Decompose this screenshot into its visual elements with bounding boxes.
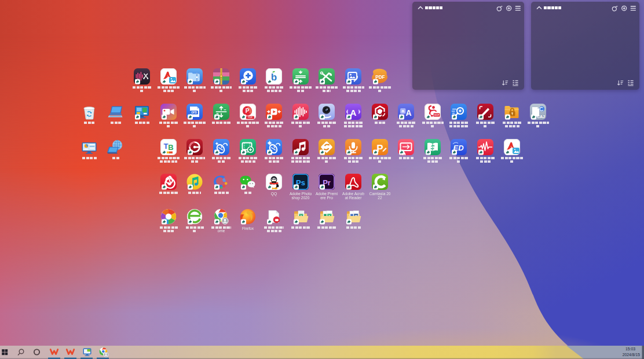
- svg-text:B: B: [168, 143, 173, 152]
- svg-text:CAJ: CAJ: [537, 115, 545, 119]
- svg-text:A: A: [405, 108, 411, 118]
- svg-text:PDF: PDF: [248, 116, 253, 119]
- svg-text:PDF: PDF: [375, 75, 385, 80]
- svg-text:P: P: [246, 108, 250, 114]
- svg-text:15:03: 15:03: [625, 347, 635, 351]
- svg-text:VCF: VCF: [434, 113, 440, 116]
- svg-text:OFD: OFD: [191, 111, 197, 114]
- svg-text:a: a: [401, 108, 404, 113]
- svg-text:2024/8/15: 2024/8/15: [623, 353, 640, 357]
